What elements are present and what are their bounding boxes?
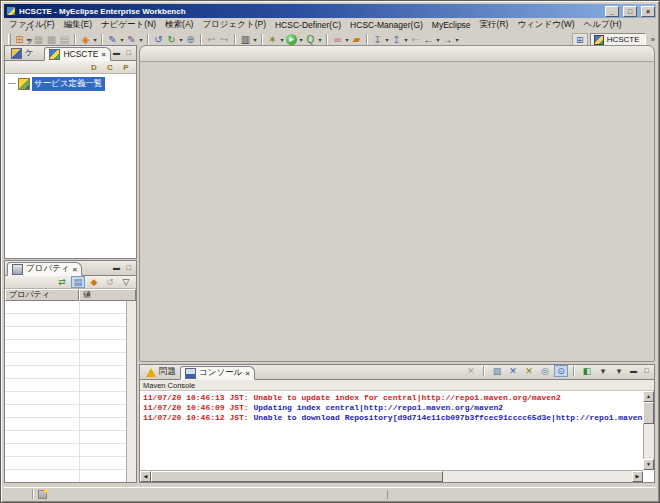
console-line: 11/07/20 10:46:13 JST: Unable to update …: [143, 393, 643, 403]
table-dropdown-icon[interactable]: ▾: [252, 36, 258, 43]
wizard-b-dropdown-icon[interactable]: ▾: [138, 36, 144, 43]
view-menu-icon[interactable]: ▽: [119, 276, 133, 288]
properties-column-separator: [79, 301, 80, 482]
hcscte-perspective-icon: [594, 35, 604, 45]
console-horizontal-scrollbar[interactable]: ◀ ▶: [140, 470, 643, 482]
column-header-value[interactable]: 値: [79, 289, 136, 301]
log-message: Unable to download Repository[d9d714e11c…: [249, 413, 643, 422]
application-window: HCSCTE - MyEclipse Enterprise Workbench …: [0, 0, 660, 503]
vertical-scroll-thumb[interactable]: [643, 402, 654, 424]
minimize-view-icon[interactable]: ▬: [628, 366, 639, 376]
minimize-button[interactable]: _: [605, 6, 619, 17]
console-tab-strip: 問題 コンソール × ✕ ▧ ✕ ✕ ◎ ⊙ ◧ ▾ ▾ ▬ □: [140, 365, 654, 380]
close-button[interactable]: ×: [641, 6, 655, 17]
menu-hcsc-manager[interactable]: HCSC-Manager(G): [350, 20, 423, 30]
tab-properties-label: プロパティ: [26, 263, 70, 275]
properties-table-rows: [5, 301, 126, 482]
maximize-view-icon[interactable]: □: [641, 366, 652, 376]
console-monitor-icon: [185, 368, 196, 379]
perspective-overflow-chevron[interactable]: »: [651, 35, 655, 44]
tree-item-service-list[interactable]: サービス定義一覧: [5, 77, 136, 90]
service-definition-icon: [18, 78, 30, 90]
restore-default-icon[interactable]: ↺: [103, 276, 117, 288]
column-header-property[interactable]: プロパティ: [5, 289, 79, 301]
show-categories-icon[interactable]: ▤: [71, 276, 85, 288]
tab-problems-label: 問題: [159, 366, 176, 378]
tree-item-label: サービス定義一覧: [32, 77, 105, 91]
scroll-right-icon[interactable]: ▶: [632, 471, 643, 482]
refresh-d-icon[interactable]: D: [87, 61, 101, 73]
minimize-view-icon[interactable]: ▬: [111, 263, 122, 273]
status-trim-icon[interactable]: [38, 490, 47, 499]
console-vertical-scrollbar[interactable]: ▲ ▼: [643, 391, 654, 470]
minimize-view-icon[interactable]: ▬: [111, 48, 122, 58]
menu-navigate[interactable]: ナビゲート(N): [101, 19, 156, 31]
tab-close-icon[interactable]: ×: [73, 265, 78, 274]
properties-vertical-scrollbar[interactable]: [126, 301, 136, 482]
package-explorer-icon: [11, 48, 22, 59]
scroll-lock-icon[interactable]: ◎: [538, 365, 552, 377]
properties-toolbar: ⇄ ▤ ◆ ↺ ▽: [5, 276, 136, 289]
tab-properties[interactable]: プロパティ ×: [7, 262, 82, 276]
scroll-down-icon[interactable]: ▼: [643, 459, 654, 470]
maximize-view-icon[interactable]: □: [123, 48, 134, 58]
maximize-button[interactable]: □: [623, 6, 637, 17]
tab-problems[interactable]: 問題: [142, 365, 180, 379]
scroll-up-icon[interactable]: ▲: [643, 391, 654, 402]
tab-hcscte-label: HCSCTE: [63, 49, 98, 59]
tab-close-icon[interactable]: ×: [245, 369, 250, 378]
display-selected-console-icon[interactable]: ◧: [580, 365, 594, 377]
menu-search[interactable]: 検索(A): [165, 19, 193, 31]
menu-project[interactable]: プロジェクト(P): [202, 19, 266, 31]
toolbar-separator: [74, 34, 76, 46]
properties-table-header: プロパティ 値: [5, 289, 136, 301]
console-view: 問題 コンソール × ✕ ▧ ✕ ✕ ◎ ⊙ ◧ ▾ ▾ ▬ □: [139, 364, 655, 483]
status-grip: [32, 489, 34, 499]
new-service-dropdown-icon[interactable]: ▾: [92, 36, 98, 43]
explorer-view: パッケージ HCSCTE × ▬ □ D C P サービス定義一覧: [4, 45, 137, 259]
open-console-dropdown-icon[interactable]: ▾: [596, 365, 610, 377]
toolbar-grip: [8, 34, 11, 46]
application-icon: [6, 6, 16, 16]
menu-myeclipse[interactable]: MyEclipse: [432, 20, 471, 30]
log-timestamp: 11/07/20 10:46:13 JST:: [143, 393, 249, 402]
title-bar[interactable]: HCSCTE - MyEclipse Enterprise Workbench …: [4, 4, 656, 18]
external-tools-dropdown-icon[interactable]: ▾: [317, 36, 323, 43]
menu-help[interactable]: ヘルプ(H): [584, 19, 622, 31]
tab-close-icon[interactable]: ×: [101, 50, 106, 59]
maximize-view-icon[interactable]: □: [123, 263, 134, 273]
tab-console[interactable]: コンソール ×: [180, 366, 255, 380]
remove-launch-icon[interactable]: ✕: [506, 365, 520, 377]
toolbar-separator: [366, 34, 368, 46]
properties-view: プロパティ × ▬ □ ⇄ ▤ ◆ ↺ ▽ プロパティ 値: [4, 260, 137, 483]
pin-console-icon[interactable]: ⊙: [554, 365, 568, 377]
tab-package-explorer[interactable]: パッケージ: [7, 46, 44, 60]
explorer-tab-strip: パッケージ HCSCTE × ▬ □: [5, 46, 136, 61]
log-message: Updating index central|http://repo1.mave…: [249, 403, 503, 412]
menu-run[interactable]: 実行(R): [480, 19, 509, 31]
toolbar-separator: [101, 34, 103, 46]
service-tree: サービス定義一覧: [5, 74, 136, 258]
new-console-dropdown-icon[interactable]: ▾: [612, 365, 626, 377]
status-bar: [4, 487, 656, 500]
horizontal-scroll-thumb[interactable]: [151, 471, 443, 482]
menu-hcsc-definer[interactable]: HCSC-Definer(C): [275, 20, 341, 30]
scroll-left-icon[interactable]: ◀: [140, 471, 151, 482]
toolbar-separator: [200, 34, 202, 46]
toolbar-separator: [147, 34, 149, 46]
tree-branch-line: [8, 83, 16, 84]
filter-properties-icon[interactable]: ◆: [87, 276, 101, 288]
refresh-c-icon[interactable]: C: [103, 61, 117, 73]
toolbar-separator: [326, 34, 328, 46]
problems-warning-icon: [146, 368, 156, 377]
pin-property-icon[interactable]: ⇄: [55, 276, 69, 288]
menu-window[interactable]: ウィンドウ(W): [517, 19, 574, 31]
menu-edit[interactable]: 編集(E): [64, 19, 92, 31]
terminate-icon[interactable]: ✕: [464, 365, 478, 377]
clear-console-icon[interactable]: ▧: [490, 365, 504, 377]
refresh-p-icon[interactable]: P: [119, 61, 133, 73]
explorer-sysbuttons: ▬ □: [111, 48, 136, 60]
tab-hcscte[interactable]: HCSCTE ×: [44, 47, 111, 61]
remove-all-launches-icon[interactable]: ✕: [522, 365, 536, 377]
forward-dropdown-icon[interactable]: ▾: [454, 36, 460, 43]
